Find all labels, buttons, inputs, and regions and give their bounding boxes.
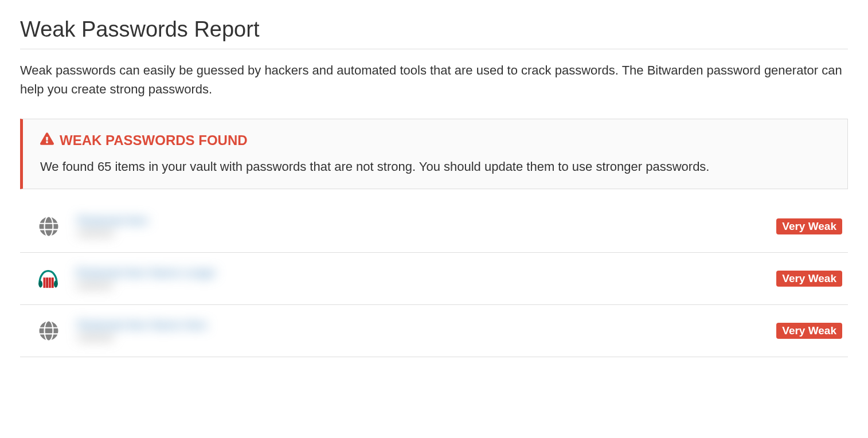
- globe-icon: [37, 319, 60, 342]
- vault-item-content: Redacted Item redacted: [77, 214, 759, 238]
- warning-triangle-icon: [40, 132, 54, 149]
- svg-rect-2: [43, 277, 45, 288]
- vault-item-sub: redacted: [76, 280, 759, 291]
- page-description: Weak passwords can easily be guessed by …: [20, 61, 848, 99]
- strength-badge: Very Weak: [776, 271, 842, 287]
- vault-item-content: Redacted Item Name Longer redacted: [76, 267, 759, 291]
- vault-item-name[interactable]: Redacted Item Name Here: [77, 319, 207, 331]
- alert-weak-passwords: Weak Passwords Found We found 65 items i…: [20, 119, 848, 189]
- vault-item-name[interactable]: Redacted Item: [77, 214, 148, 227]
- strength-badge: Very Weak: [776, 218, 842, 234]
- vault-item-list: Redacted Item redacted Very Weak Redacte…: [20, 201, 848, 357]
- vault-item-row[interactable]: Redacted Item Name Here redacted Very We…: [20, 305, 848, 357]
- vault-item-row[interactable]: Redacted Item Name Longer redacted Very …: [20, 253, 848, 305]
- alert-title-text: Weak Passwords Found: [60, 132, 248, 148]
- svg-rect-4: [49, 277, 51, 288]
- alert-message: We found 65 items in your vault with pas…: [40, 157, 830, 176]
- vault-item-sub: redacted: [77, 228, 759, 238]
- page-title: Weak Passwords Report: [20, 17, 848, 49]
- svg-point-0: [38, 280, 42, 287]
- vault-item-row[interactable]: Redacted Item redacted Very Weak: [20, 201, 848, 253]
- strength-badge: Very Weak: [776, 323, 842, 339]
- globe-icon: [37, 215, 60, 238]
- vault-item-name[interactable]: Redacted Item Name Longer: [76, 267, 216, 279]
- svg-rect-3: [46, 277, 48, 288]
- headphones-books-icon: [37, 268, 59, 290]
- svg-point-1: [54, 280, 58, 287]
- vault-item-content: Redacted Item Name Here redacted: [77, 319, 759, 343]
- vault-item-sub: redacted: [77, 333, 759, 343]
- alert-title-row: Weak Passwords Found: [40, 132, 830, 149]
- svg-rect-5: [52, 277, 54, 288]
